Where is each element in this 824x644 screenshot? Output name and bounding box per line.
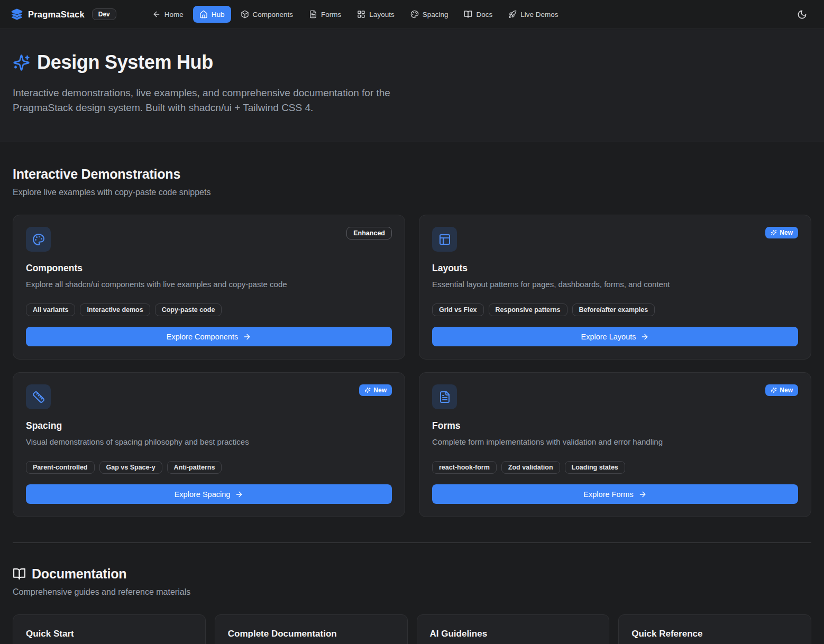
docs-heading: Documentation xyxy=(32,566,126,582)
card-title: Forms xyxy=(432,420,798,431)
demo-card-spacing: New Spacing Visual demonstrations of spa… xyxy=(13,372,405,517)
card-description: Explore all shadcn/ui components with li… xyxy=(26,279,392,290)
demos-section: Interactive Demonstrations Explore live … xyxy=(13,167,811,517)
book-open-icon xyxy=(464,10,472,19)
navbar: PragmaStack Dev Home Hub Components Form… xyxy=(0,0,824,29)
spacing-icon-box xyxy=(26,384,51,409)
nav-item-layouts[interactable]: Layouts xyxy=(351,6,400,23)
button-label: Explore Components xyxy=(167,333,238,341)
card-description: Complete form implementations with valid… xyxy=(432,436,798,447)
section-divider xyxy=(13,542,811,543)
doc-card-title: Quick Start xyxy=(26,629,193,639)
doc-card-title: AI Guidelines xyxy=(430,629,597,639)
panel-layout-icon xyxy=(438,233,451,246)
nav-item-label: Hub xyxy=(212,11,225,19)
file-text-icon xyxy=(438,391,451,403)
explore-components-button[interactable]: Explore Components xyxy=(26,327,392,346)
nav-item-label: Live Demos xyxy=(520,11,558,19)
arrow-right-icon xyxy=(640,333,649,341)
docs-section: Documentation Comprehensive guides and r… xyxy=(13,566,811,644)
main-content: Interactive Demonstrations Explore live … xyxy=(0,142,824,644)
hero-section: Design System Hub Interactive demonstrat… xyxy=(0,29,824,142)
explore-forms-button[interactable]: Explore Forms xyxy=(432,484,798,504)
nav-item-forms[interactable]: Forms xyxy=(303,6,347,23)
button-label: Explore Spacing xyxy=(175,490,231,499)
layouts-icon-box xyxy=(432,227,457,252)
tag: All variants xyxy=(26,303,75,316)
card-description: Essential layout patterns for pages, das… xyxy=(432,279,798,290)
card-title: Components xyxy=(26,263,392,274)
demo-card-layouts: New Layouts Essential layout patterns fo… xyxy=(419,215,811,360)
badge-label: New xyxy=(373,387,387,394)
tag: react-hook-form xyxy=(432,461,497,474)
card-title: Spacing xyxy=(26,420,392,431)
nav-item-label: Components xyxy=(253,11,294,19)
status-badge: New xyxy=(765,384,798,396)
nav-items: Home Hub Components Forms Layouts Spacin… xyxy=(146,6,565,23)
house-icon xyxy=(199,10,208,19)
doc-card-complete-documentation[interactable]: Complete Documentation Full design syste… xyxy=(215,614,408,644)
tag-row: Grid vs Flex Responsive patterns Before/… xyxy=(432,303,798,316)
doc-card-grid: Quick Start 5-minute crash course Comple… xyxy=(13,614,811,644)
page-subtitle: Interactive demonstrations, live example… xyxy=(13,86,410,115)
tag: Before/after examples xyxy=(572,303,655,316)
page-title: Design System Hub xyxy=(37,51,213,73)
nav-item-docs[interactable]: Docs xyxy=(457,6,499,23)
explore-spacing-button[interactable]: Explore Spacing xyxy=(26,484,392,504)
nav-item-label: Docs xyxy=(476,11,492,19)
demo-card-components: Enhanced Components Explore all shadcn/u… xyxy=(13,215,405,360)
brand-name: PragmaStack xyxy=(28,10,85,20)
tag-row: All variants Interactive demos Copy-past… xyxy=(26,303,392,316)
badge-label: New xyxy=(780,229,793,236)
doc-card-title: Complete Documentation xyxy=(228,629,395,639)
card-title: Layouts xyxy=(432,263,798,274)
env-badge: Dev xyxy=(92,8,116,20)
nav-item-label: Forms xyxy=(321,11,341,19)
nav-item-live-demos[interactable]: Live Demos xyxy=(502,6,564,23)
ruler-icon xyxy=(32,391,45,403)
tag: Zod validation xyxy=(501,461,560,474)
arrow-right-icon xyxy=(235,490,243,499)
palette-icon xyxy=(410,10,419,19)
nav-item-hub[interactable]: Hub xyxy=(193,6,231,23)
nav-item-label: Spacing xyxy=(423,11,448,19)
tag: Interactive demos xyxy=(80,303,150,316)
docs-subheading: Comprehensive guides and reference mater… xyxy=(13,587,811,597)
arrow-left-icon xyxy=(152,10,161,19)
nav-item-components[interactable]: Components xyxy=(234,6,300,23)
badge-label: New xyxy=(780,387,793,394)
tag: Parent-controlled xyxy=(26,461,95,474)
tag-row: Parent-controlled Gap vs Space-y Anti-pa… xyxy=(26,461,392,474)
status-badge: New xyxy=(359,384,392,396)
moon-icon xyxy=(797,10,807,20)
rocket-icon xyxy=(508,10,517,19)
tag: Gap vs Space-y xyxy=(99,461,162,474)
sparkles-icon xyxy=(13,54,30,71)
doc-card-title: Quick Reference xyxy=(631,629,798,639)
layers-icon xyxy=(11,8,23,21)
doc-card-quick-reference[interactable]: Quick Reference Cheat sheet for lookups xyxy=(618,614,811,644)
nav-item-label: Home xyxy=(164,11,184,19)
sparkles-icon xyxy=(771,229,777,236)
nav-item-spacing[interactable]: Spacing xyxy=(404,6,455,23)
book-open-icon xyxy=(13,567,26,581)
layout-grid-icon xyxy=(357,10,365,19)
explore-layouts-button[interactable]: Explore Layouts xyxy=(432,327,798,346)
palette-icon xyxy=(32,233,45,246)
status-badge: New xyxy=(765,227,798,238)
theme-toggle-button[interactable] xyxy=(792,5,811,24)
demo-card-forms: New Forms Complete form implementations … xyxy=(419,372,811,517)
doc-card-ai-guidelines[interactable]: AI Guidelines Rules for AI code generati… xyxy=(417,614,610,644)
sparkles-icon xyxy=(771,387,777,393)
forms-icon-box xyxy=(432,384,457,409)
tag: Loading states xyxy=(565,461,625,474)
status-badge: Enhanced xyxy=(346,227,392,240)
tag: Anti-patterns xyxy=(167,461,222,474)
demo-card-grid: Enhanced Components Explore all shadcn/u… xyxy=(13,215,811,517)
doc-card-quick-start[interactable]: Quick Start 5-minute crash course xyxy=(13,614,206,644)
brand-logo[interactable]: PragmaStack xyxy=(11,8,85,21)
tag: Copy-paste code xyxy=(155,303,222,316)
nav-item-home[interactable]: Home xyxy=(146,6,190,23)
button-label: Explore Forms xyxy=(583,490,633,499)
card-description: Visual demonstrations of spacing philoso… xyxy=(26,436,392,447)
